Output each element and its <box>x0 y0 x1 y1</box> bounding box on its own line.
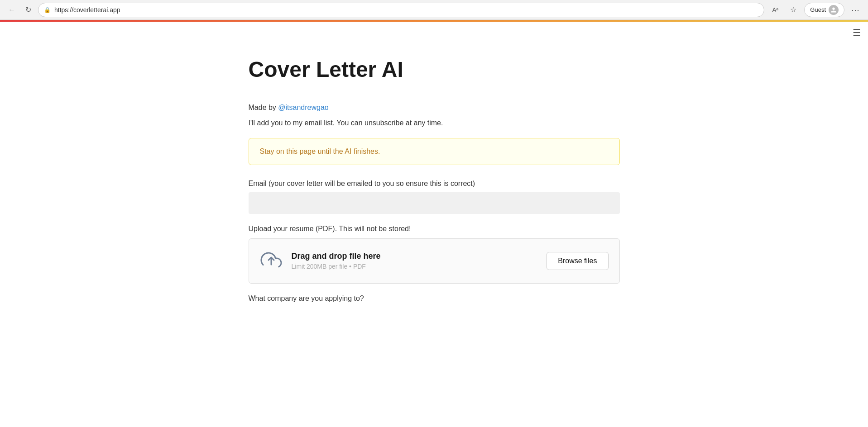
upload-text-group: Drag and drop file here Limit 200MB per … <box>292 251 538 270</box>
back-button[interactable]: ← <box>5 4 18 16</box>
guest-label: Guest <box>810 6 826 13</box>
url-text: https://coverletterai.app <box>54 6 758 14</box>
company-question: What company are you applying to? <box>249 294 620 303</box>
email-label: Email (your cover letter will be emailed… <box>249 180 620 188</box>
page-title: Cover Letter AI <box>249 58 620 82</box>
drag-drop-text: Drag and drop file here <box>292 251 538 261</box>
upload-label: Upload your resume (PDF). This will not … <box>249 225 620 233</box>
upload-area[interactable]: Drag and drop file here Limit 200MB per … <box>249 238 620 284</box>
browser-actions: Aᵃ ☆ Guest ⋯ <box>768 3 863 17</box>
guest-profile-button[interactable]: Guest <box>804 3 844 17</box>
upload-cloud-icon <box>260 250 283 272</box>
lock-icon: 🔒 <box>44 7 51 13</box>
made-by-link[interactable]: @itsandrewgao <box>278 104 328 111</box>
browser-chrome: ← ↻ 🔒 https://coverletterai.app Aᵃ ☆ Gue… <box>0 0 868 20</box>
made-by-text: Made by @itsandrewgao <box>249 104 620 112</box>
hamburger-icon: ☰ <box>853 28 861 38</box>
notice-text: Stay on this page until the AI finishes. <box>260 147 609 156</box>
more-options-button[interactable]: ⋯ <box>848 3 863 17</box>
refresh-button[interactable]: ↻ <box>22 4 34 16</box>
address-bar: 🔒 https://coverletterai.app <box>38 3 764 17</box>
email-input[interactable] <box>249 192 620 214</box>
email-section: Email (your cover letter will be emailed… <box>249 180 620 214</box>
made-by-prefix: Made by <box>249 104 278 111</box>
file-limit-text: Limit 200MB per file • PDF <box>292 263 538 270</box>
hamburger-menu-button[interactable]: ☰ <box>853 27 861 38</box>
read-aloud-button[interactable]: Aᵃ <box>768 3 782 17</box>
upload-section: Upload your resume (PDF). This will not … <box>249 225 620 284</box>
browse-files-button[interactable]: Browse files <box>547 252 608 270</box>
favorites-button[interactable]: ☆ <box>786 3 801 17</box>
notice-box: Stay on this page until the AI finishes. <box>249 138 620 165</box>
avatar <box>829 5 839 15</box>
email-list-text: I'll add you to my email list. You can u… <box>249 119 620 127</box>
main-content: Cover Letter AI Made by @itsandrewgao I'… <box>230 22 638 339</box>
